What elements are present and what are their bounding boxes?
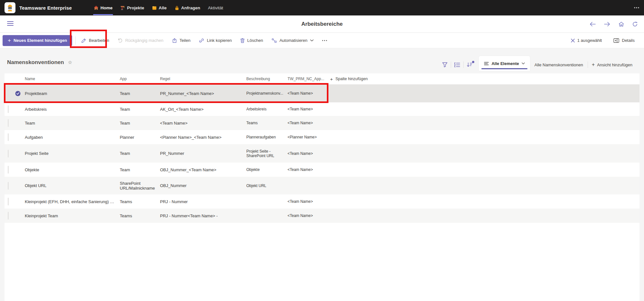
close-icon (571, 39, 575, 42)
title-bar: Arbeitsbereiche (0, 15, 644, 33)
nav-tab-label: Anfragen (181, 5, 200, 10)
cell-app: Team (120, 167, 160, 172)
selected-check-icon (15, 91, 21, 96)
undo-button[interactable]: Rückgängig machen (113, 35, 168, 46)
cell-regel: <Planner Name>_<Team Name> (160, 135, 246, 140)
nav-tab-aktivitaet[interactable]: Aktivität (204, 0, 227, 15)
favorite-star-icon[interactable]: ☆ (68, 60, 72, 65)
table-row[interactable]: Team Team <Team Name> Teams <Team Name> (5, 116, 639, 130)
cell-name: Projektteam (25, 91, 120, 96)
cell-regel: PRJ - Nummer<Team Name> - (160, 213, 246, 218)
app-window: Teamsware Enterprise Home Projekte Alle (0, 0, 644, 301)
cell-beschreibung: Objekt URL (246, 183, 288, 188)
table-row[interactable]: Kleinprojekt Team Teams PRJ - Nummer<Tea… (5, 209, 639, 223)
add-new-item-button[interactable]: + Neues Element hinzufügen (3, 35, 72, 46)
selected-count-label: 1 ausgewählt (577, 38, 602, 43)
list-title: Namenskonventionen (7, 59, 64, 66)
nav-tab-alle[interactable]: Alle (148, 0, 171, 15)
cell-app: Teams (120, 199, 160, 204)
page-title: Arbeitsbereiche (301, 21, 343, 27)
cell-name: Objekt URL (25, 183, 120, 188)
clear-selection-button[interactable]: 1 ausgewählt (567, 35, 606, 46)
cell-regel: OBJ_Nummer (160, 183, 246, 188)
command-bar: + Neues Element hinzufügen Bearbeiten Rü… (0, 33, 644, 48)
table-row[interactable]: Projektteam Team PR_Nummer_<Team Name> P… (5, 84, 639, 102)
cell-tw-prm-nc-app: <Planner Name> (288, 135, 330, 139)
nav-tab-projekte[interactable]: Projekte (116, 0, 148, 15)
copy-link-label: Link kopieren (207, 38, 232, 43)
more-dots-icon (634, 7, 639, 9)
filter-funnel-icon[interactable] (439, 62, 451, 67)
nav-tab-home[interactable]: Home (90, 0, 117, 15)
view-tab-all-items[interactable]: Alle Elemente (479, 56, 530, 71)
column-header-tw-prm-nc-app[interactable]: TW_PRM_NC_App... (288, 77, 330, 81)
cell-beschreibung: Objekte (246, 167, 288, 172)
cell-beschreibung: Projektnamenskonv... (246, 91, 288, 96)
cell-beschreibung: Arbeitskreis (246, 107, 288, 111)
table-row[interactable]: Projekt Seite Team PR_Nummer Projekt Sei… (5, 144, 639, 163)
column-header-beschreibung[interactable]: Beschreibung (246, 77, 288, 81)
automate-button[interactable]: Automatisieren (267, 35, 318, 46)
table-row[interactable]: Kleinprojekt (EFH, DHH, einfache Sanieru… (5, 194, 639, 209)
chevron-down-icon (522, 62, 525, 64)
cell-app: Team (120, 151, 160, 156)
home-nav-icon[interactable] (619, 22, 624, 27)
top-navigation: Home Projekte Alle Anfragen (90, 0, 227, 15)
column-header-app[interactable]: App (120, 77, 160, 81)
table-body: Projektteam Team PR_Nummer_<Team Name> P… (5, 84, 639, 223)
topbar-more-button[interactable] (634, 0, 639, 15)
cell-beschreibung: Planneraufgaben (246, 135, 288, 139)
forward-arrow-icon[interactable] (604, 22, 610, 26)
add-column-button[interactable]: + Spalte hinzufügen (330, 76, 368, 82)
cell-app: Teams (120, 213, 160, 218)
refresh-icon[interactable] (632, 22, 638, 27)
home-icon (94, 5, 99, 10)
automate-flow-icon (271, 38, 277, 43)
robot-icon (6, 4, 14, 12)
toolbar-right-group: 1 ausgewählt Details (567, 35, 644, 46)
group-by-icon[interactable] (451, 62, 463, 67)
column-header-regel[interactable]: Regel (160, 77, 246, 81)
edit-label: Bearbeiten (89, 38, 109, 43)
cell-name: Arbeitskreis (25, 107, 120, 112)
back-arrow-icon[interactable] (590, 22, 596, 26)
table-row[interactable]: Aufgaben Planner <Planner Name>_<Team Na… (5, 130, 639, 144)
cell-tw-prm-nc-app: <Team Name> (288, 213, 330, 218)
plus-icon: + (330, 76, 333, 82)
details-pane-icon (613, 38, 619, 43)
app-logo[interactable] (5, 2, 15, 13)
undo-icon (118, 38, 123, 43)
cell-app: Team (120, 91, 160, 96)
cell-name: Kleinprojekt Team (25, 213, 120, 218)
copy-link-button[interactable]: Link kopieren (194, 35, 236, 46)
add-view-button[interactable]: + Ansicht hinzufügen (588, 62, 636, 68)
delete-button[interactable]: Löschen (236, 35, 267, 46)
nav-tab-anfragen[interactable]: Anfragen (171, 0, 204, 15)
column-header-name[interactable]: Name (25, 77, 120, 81)
toolbar-more-button[interactable] (318, 35, 331, 46)
table-row[interactable]: Objekte Team OBJ_Nummer_<Team Name> Obje… (5, 163, 639, 177)
row-selection-cell[interactable] (5, 91, 25, 96)
view-tab-all-naming[interactable]: Alle Namenskonventionen (530, 62, 588, 67)
delete-label: Löschen (247, 38, 263, 43)
folder-icon (152, 5, 157, 10)
top-app-bar: Teamsware Enterprise Home Projekte Alle (0, 0, 644, 15)
cell-app: SharePoint URL/Mailnickname (120, 181, 160, 191)
cell-tw-prm-nc-app: <Team Name> (288, 199, 330, 204)
sort-icon[interactable] (464, 62, 476, 67)
table-row[interactable]: Objekt URL SharePoint URL/Mailnickname O… (5, 177, 639, 194)
hamburger-menu-icon[interactable] (7, 21, 14, 26)
list-table: Name App Regel Beschreibung TW_PRM_NC_Ap… (5, 73, 639, 301)
list-lines-icon (484, 62, 489, 65)
table-row[interactable]: Arbeitskreis Team AK_Ort_<Team Name> Arb… (5, 102, 639, 116)
nav-tab-label: Alle (159, 5, 167, 10)
add-new-item-label: Neues Element hinzufügen (14, 38, 67, 43)
plus-icon: + (592, 62, 595, 68)
cell-name: Projekt Seite (25, 151, 120, 156)
edit-button[interactable]: Bearbeiten (77, 35, 113, 46)
cell-name: Team (25, 121, 120, 126)
share-button[interactable]: Teilen (168, 35, 195, 46)
list-header: Namenskonventionen ☆ Alle Elemente (0, 48, 644, 73)
nav-tab-label: Projekte (127, 5, 144, 10)
details-button[interactable]: Details (609, 35, 639, 46)
